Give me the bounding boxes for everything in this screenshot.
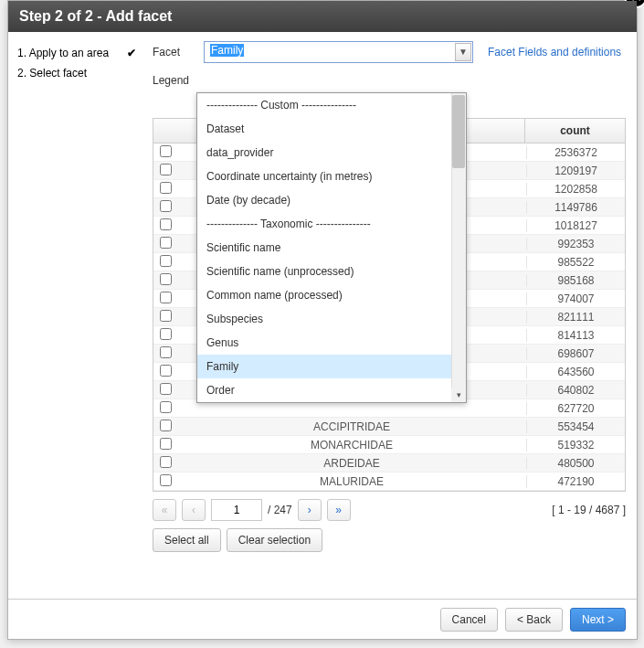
table-row[interactable]: ACCIPITRIDAE553454 bbox=[153, 418, 625, 436]
row-checkbox[interactable] bbox=[160, 438, 172, 450]
facet-dropdown[interactable]: -------------- Custom ---------------Dat… bbox=[196, 92, 467, 403]
dropdown-item[interactable]: Coordinate uncertainty (in metres) bbox=[197, 165, 466, 188]
step-select-facet[interactable]: 2. Select facet bbox=[16, 63, 138, 83]
row-checkbox-cell bbox=[153, 401, 177, 416]
next-page-button[interactable]: › bbox=[298, 499, 322, 521]
facet-combo[interactable]: Family ▼ bbox=[204, 41, 473, 63]
row-checkbox[interactable] bbox=[160, 420, 172, 431]
row-legend: ACCIPITRIDAE bbox=[177, 420, 526, 433]
row-checkbox-cell bbox=[153, 310, 177, 324]
dropdown-item[interactable]: Common name (processed) bbox=[197, 283, 466, 307]
prev-page-button[interactable]: ‹ bbox=[182, 499, 206, 521]
chevron-down-icon[interactable]: ▾ bbox=[451, 388, 466, 402]
first-page-button[interactable]: « bbox=[153, 499, 176, 521]
facet-row: Facet Family ▼ Facet Fields and definiti… bbox=[153, 41, 626, 63]
step-label: 2. Select facet bbox=[17, 67, 87, 80]
dropdown-item[interactable]: Order bbox=[197, 378, 466, 402]
row-count: 985168 bbox=[526, 274, 625, 287]
scrollbar-thumb[interactable] bbox=[452, 95, 465, 168]
row-checkbox-cell bbox=[153, 145, 177, 160]
dropdown-item[interactable]: Subspecies bbox=[197, 307, 466, 331]
row-count: 1202858 bbox=[526, 183, 625, 196]
step-apply-area[interactable]: 1. Apply to an area ✔ bbox=[16, 43, 138, 63]
row-count: 627720 bbox=[526, 402, 625, 415]
row-count: 519332 bbox=[526, 439, 625, 451]
row-checkbox[interactable] bbox=[160, 182, 172, 194]
row-checkbox[interactable] bbox=[160, 273, 172, 285]
dropdown-item[interactable]: Date (by decade) bbox=[197, 188, 466, 212]
facet-label: Facet bbox=[153, 46, 196, 58]
row-checkbox[interactable] bbox=[160, 365, 172, 377]
dropdown-item[interactable]: Family bbox=[197, 355, 466, 378]
row-checkbox-cell bbox=[153, 218, 177, 233]
row-checkbox-cell bbox=[153, 456, 177, 471]
row-checkbox-cell bbox=[153, 182, 177, 197]
steps-list: 1. Apply to an area ✔ 2. Select facet bbox=[8, 32, 145, 597]
chevron-down-icon[interactable]: ▼ bbox=[455, 43, 471, 61]
row-checkbox[interactable] bbox=[160, 346, 172, 358]
row-checkbox[interactable] bbox=[160, 401, 172, 413]
next-button[interactable]: Next > bbox=[570, 608, 626, 632]
row-count: 643560 bbox=[526, 366, 625, 378]
dropdown-item[interactable]: Scientific name bbox=[197, 236, 466, 260]
row-checkbox-cell bbox=[153, 164, 177, 178]
row-count: 472190 bbox=[526, 475, 625, 488]
page-status: [ 1 - 19 / 4687 ] bbox=[552, 504, 626, 516]
row-checkbox[interactable] bbox=[160, 383, 172, 395]
row-count: 992353 bbox=[526, 238, 625, 250]
row-legend: MONARCHIDAE bbox=[177, 439, 526, 451]
row-checkbox[interactable] bbox=[160, 164, 172, 175]
row-checkbox-cell bbox=[153, 474, 177, 489]
row-legend: MALURIDAE bbox=[177, 475, 526, 488]
dropdown-item[interactable]: -------------- Taxonomic --------------- bbox=[197, 212, 466, 236]
row-count: 1149786 bbox=[526, 201, 625, 214]
row-checkbox-cell bbox=[153, 255, 177, 270]
row-count: 2536372 bbox=[526, 146, 625, 159]
row-checkbox[interactable] bbox=[160, 310, 172, 322]
col-count: count bbox=[524, 119, 625, 143]
cancel-button[interactable]: Cancel bbox=[440, 608, 498, 632]
row-checkbox[interactable] bbox=[160, 218, 172, 230]
col-checkbox bbox=[153, 119, 177, 143]
last-page-button[interactable]: » bbox=[327, 499, 351, 521]
row-checkbox[interactable] bbox=[160, 200, 172, 212]
dialog-body: 1. Apply to an area ✔ 2. Select facet Fa… bbox=[8, 32, 637, 597]
table-row[interactable]: MALURIDAE472190 bbox=[153, 473, 625, 491]
dropdown-item[interactable]: -------------- Custom --------------- bbox=[197, 93, 466, 117]
row-checkbox[interactable] bbox=[160, 145, 172, 157]
check-icon: ✔ bbox=[127, 47, 136, 59]
row-checkbox[interactable] bbox=[160, 255, 172, 267]
legend-label: Legend bbox=[153, 74, 196, 87]
row-count: 1018127 bbox=[526, 219, 625, 232]
dropdown-item[interactable]: Genus bbox=[197, 331, 466, 355]
table-row[interactable]: ARDEIDAE480500 bbox=[153, 454, 625, 473]
select-all-button[interactable]: Select all bbox=[153, 528, 221, 552]
row-checkbox-cell bbox=[153, 200, 177, 215]
row-checkbox[interactable] bbox=[160, 328, 172, 340]
row-count: 985522 bbox=[526, 256, 625, 269]
row-count: 821111 bbox=[526, 311, 625, 324]
row-count: 480500 bbox=[526, 457, 625, 470]
row-checkbox-cell bbox=[153, 237, 177, 251]
clear-selection-button[interactable]: Clear selection bbox=[227, 528, 322, 552]
dropdown-item[interactable]: Dataset bbox=[197, 117, 466, 141]
row-count: 553454 bbox=[526, 420, 625, 433]
back-button[interactable]: < Back bbox=[505, 608, 563, 632]
row-checkbox[interactable] bbox=[160, 292, 172, 303]
facet-definitions-link[interactable]: Facet Fields and definitions bbox=[488, 46, 621, 58]
row-checkbox-cell bbox=[153, 273, 177, 288]
scrollbar[interactable]: ▾ bbox=[451, 93, 466, 402]
dropdown-item[interactable]: Scientific name (unprocessed) bbox=[197, 260, 466, 283]
row-checkbox[interactable] bbox=[160, 456, 172, 468]
row-checkbox[interactable] bbox=[160, 237, 172, 249]
step-label: 1. Apply to an area bbox=[17, 47, 109, 59]
table-row[interactable]: MONARCHIDAE519332 bbox=[153, 436, 625, 454]
facet-input[interactable]: Family bbox=[204, 41, 473, 63]
row-checkbox[interactable] bbox=[160, 474, 172, 486]
page-input[interactable] bbox=[211, 499, 262, 521]
row-checkbox-cell bbox=[153, 292, 177, 306]
row-count: 814113 bbox=[526, 329, 625, 342]
row-checkbox-cell bbox=[153, 438, 177, 452]
row-checkbox-cell bbox=[153, 420, 177, 434]
dropdown-item[interactable]: data_provider bbox=[197, 141, 466, 165]
